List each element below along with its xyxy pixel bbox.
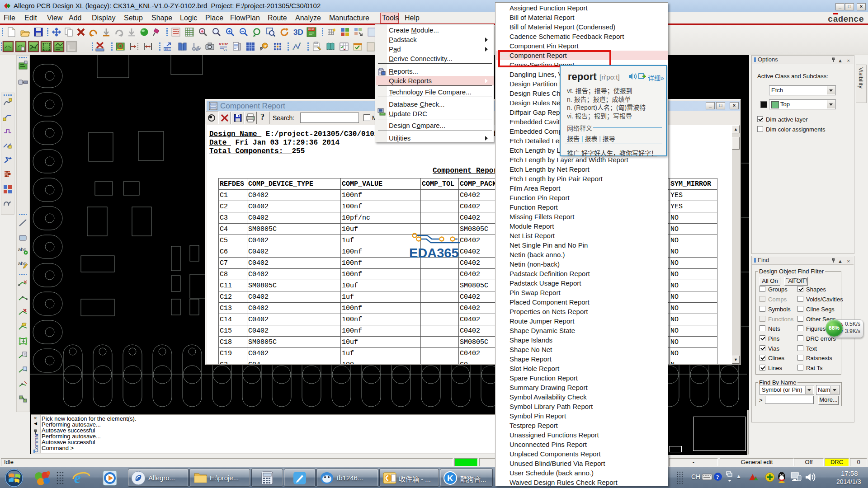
svg-text:EDA365: EDA365 — [409, 246, 459, 260]
svg-text:V1: V1 — [223, 48, 227, 52]
svg-text:K: K — [447, 474, 453, 483]
svg-text:?: ? — [716, 474, 719, 480]
svg-text:e: e — [74, 469, 81, 486]
svg-text:TP: TP — [264, 44, 268, 47]
svg-text:ODB: ODB — [164, 47, 171, 51]
svg-text:R1R2: R1R2 — [219, 42, 228, 46]
svg-text:FLIP: FLIP — [308, 28, 314, 31]
svg-text:3D: 3D — [293, 28, 303, 37]
